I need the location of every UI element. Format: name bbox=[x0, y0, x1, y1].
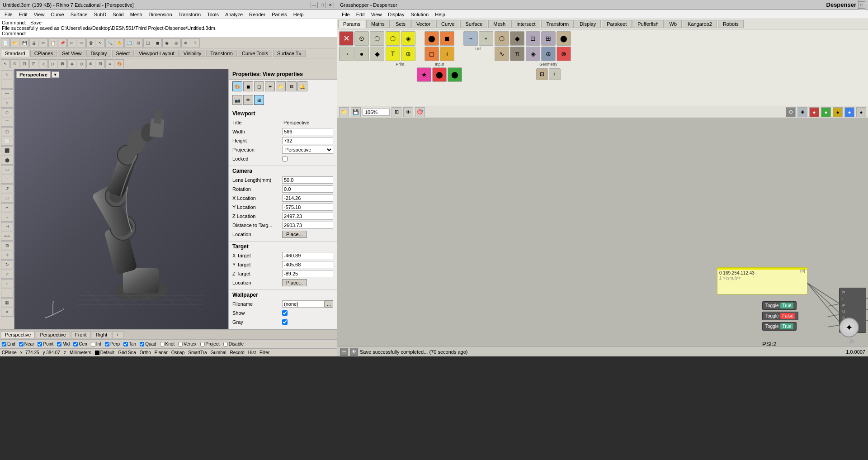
lt-circle[interactable]: ○ bbox=[1, 99, 14, 108]
snap-perp-cb[interactable] bbox=[105, 342, 109, 346]
lt-poly[interactable]: ⬡ bbox=[1, 127, 14, 136]
gh-maximize-btn[interactable]: □ bbox=[858, 2, 865, 8]
bottom-tab-perspective1[interactable]: Perspective bbox=[1, 331, 35, 338]
gh-tab-maths[interactable]: Maths bbox=[366, 20, 390, 28]
gh-icon-more6[interactable]: ⊗ bbox=[557, 47, 571, 61]
gh-icon-input7[interactable]: ⬤ bbox=[448, 67, 462, 82]
snap-vertex-cb[interactable] bbox=[178, 342, 183, 346]
menu-panels[interactable]: Panels bbox=[269, 11, 290, 18]
snap-knot-cb[interactable] bbox=[160, 342, 165, 346]
tb2-select-arrow[interactable]: ↖ bbox=[1, 59, 10, 68]
gh-icon-input3[interactable]: ◻ bbox=[425, 47, 439, 61]
snap-mid[interactable]: Mid bbox=[57, 341, 70, 346]
gh-icon-prim4[interactable]: ⊕ bbox=[401, 47, 415, 61]
gh-tb-zoom-fit[interactable]: ⊞ bbox=[392, 107, 401, 117]
gh-tab-vector[interactable]: Vector bbox=[411, 20, 435, 28]
gh-icon-extra1[interactable]: ⬡ bbox=[495, 31, 509, 46]
port-P1[interactable]: P bbox=[841, 290, 846, 295]
gh-tab-parakeet[interactable]: Parakeet bbox=[602, 20, 632, 28]
snap-point-cb[interactable] bbox=[38, 342, 42, 346]
props-icon-eye[interactable]: 👁 bbox=[243, 95, 253, 105]
status-smart[interactable]: SmartTra bbox=[188, 350, 207, 355]
lt-scale[interactable]: ⤢ bbox=[1, 270, 14, 279]
snap-near-cb[interactable] bbox=[19, 342, 24, 346]
gh-menu-file[interactable]: File bbox=[339, 11, 353, 18]
gh-icon-more3[interactable]: ⬤ bbox=[557, 31, 571, 46]
lt-surface[interactable]: ⬜ bbox=[1, 137, 14, 146]
status-osnap[interactable]: Osnap bbox=[171, 350, 184, 355]
gh-icon-input2[interactable]: ◼ bbox=[440, 31, 454, 46]
tb-redo[interactable]: ↪ bbox=[77, 38, 86, 47]
lt-trim[interactable]: ✂ bbox=[1, 203, 14, 212]
gh-tab-curve[interactable]: Curve bbox=[436, 20, 459, 28]
props-icon-material[interactable]: ◻ bbox=[254, 81, 264, 91]
menu-dimension[interactable]: Dimension bbox=[146, 11, 175, 18]
tb-help[interactable]: ? bbox=[191, 38, 200, 47]
tb-rendered[interactable]: ◉ bbox=[162, 38, 171, 47]
snap-quad-cb[interactable] bbox=[140, 342, 144, 346]
gh-icon-util2[interactable]: + bbox=[479, 31, 493, 46]
lt-sphere[interactable]: ⬤ bbox=[1, 156, 14, 165]
menu-analyze[interactable]: Analyze bbox=[222, 11, 245, 18]
gh-tb-r7[interactable]: ● bbox=[856, 107, 866, 117]
tb2-crossing[interactable]: ⊟ bbox=[29, 59, 38, 68]
lt-arc[interactable]: ⌒ bbox=[1, 118, 14, 127]
gh-tab-kangaroo2[interactable]: Kangaroo2 bbox=[683, 20, 717, 28]
select-projection[interactable]: Perspective Top Front Right bbox=[282, 146, 333, 154]
gh-tab-sets[interactable]: Sets bbox=[391, 20, 410, 28]
snap-near[interactable]: Near bbox=[19, 341, 34, 346]
tb2-prev[interactable]: ◁ bbox=[39, 59, 48, 68]
bottom-tab-add[interactable]: + bbox=[112, 331, 123, 338]
gh-icon-arrow-right[interactable]: → bbox=[339, 47, 354, 61]
value-dist[interactable]: 2603.73 bbox=[282, 222, 333, 229]
snap-end[interactable]: End bbox=[2, 341, 15, 346]
tb-pan[interactable]: ✋ bbox=[115, 38, 124, 47]
props-icon-bell[interactable]: 🔔 bbox=[297, 81, 307, 91]
gh-menu-help[interactable]: Help bbox=[432, 11, 448, 18]
checkbox-gray[interactable] bbox=[282, 319, 288, 325]
lt-dim[interactable]: ↔ bbox=[1, 279, 14, 288]
value-ytarget[interactable]: -405.68 bbox=[282, 261, 333, 268]
props-icon-folder[interactable]: 📁 bbox=[276, 81, 286, 91]
tb-open[interactable]: 📂 bbox=[10, 38, 19, 47]
lt-cylinder[interactable]: ⬭ bbox=[1, 165, 14, 174]
port-I[interactable]: I bbox=[841, 296, 844, 302]
btn-tgt-place[interactable]: Place... bbox=[282, 279, 307, 286]
value-width[interactable]: 566 bbox=[282, 128, 333, 135]
gh-icon-input4[interactable]: + bbox=[440, 47, 454, 61]
menu-file[interactable]: File bbox=[2, 11, 15, 18]
snap-disable[interactable]: Disable bbox=[223, 341, 244, 346]
lt-move[interactable]: ✛ bbox=[1, 251, 14, 260]
snap-point[interactable]: Point bbox=[38, 341, 53, 346]
tab-standard[interactable]: Standard bbox=[1, 50, 29, 57]
gh-menu-edit[interactable]: Edit bbox=[354, 11, 368, 18]
props-icon-viewport[interactable]: ⊞ bbox=[254, 95, 264, 105]
menu-edit[interactable]: Edit bbox=[16, 11, 30, 18]
btn-cam-place[interactable]: Place... bbox=[282, 231, 307, 238]
menu-view[interactable]: View bbox=[31, 11, 47, 18]
lt-array[interactable]: ⊞ bbox=[1, 241, 14, 250]
tb2-color[interactable]: 🎨 bbox=[115, 59, 124, 68]
rhino-minimize-btn[interactable]: — bbox=[311, 2, 318, 8]
tb2-by-type[interactable]: ⊕ bbox=[86, 59, 95, 68]
viewport-label-arrow[interactable]: ▼ bbox=[52, 71, 59, 78]
lt-rotate[interactable]: ↻ bbox=[1, 260, 14, 269]
gh-tab-mesh[interactable]: Mesh bbox=[488, 20, 510, 28]
gh-data-node[interactable]: (0) 0 169.254.112.43 1 <empty> bbox=[717, 267, 807, 294]
checkbox-locked[interactable] bbox=[282, 156, 288, 161]
gh-zoom-input[interactable] bbox=[363, 109, 390, 116]
gh-tb-r6[interactable]: ● bbox=[844, 107, 854, 117]
gh-icon-diamond[interactable]: ◆ bbox=[370, 47, 384, 61]
gh-icon-extra2[interactable]: ◆ bbox=[510, 31, 524, 46]
snap-project-cb[interactable] bbox=[200, 342, 205, 346]
tb-new[interactable]: 📄 bbox=[1, 38, 10, 47]
menu-curve[interactable]: Curve bbox=[48, 11, 66, 18]
gh-toggle-2-value[interactable]: False bbox=[780, 313, 795, 319]
gh-icon-more5[interactable]: ⊕ bbox=[541, 47, 556, 61]
port-U[interactable]: U bbox=[841, 309, 846, 314]
lt-mirror[interactable]: ⟺ bbox=[1, 232, 14, 241]
tb-extents[interactable]: ⊞ bbox=[134, 38, 143, 47]
status-grid[interactable]: Grid Sna bbox=[118, 350, 136, 355]
tab-display[interactable]: Display bbox=[86, 50, 111, 57]
menu-render[interactable]: Render bbox=[246, 11, 268, 18]
